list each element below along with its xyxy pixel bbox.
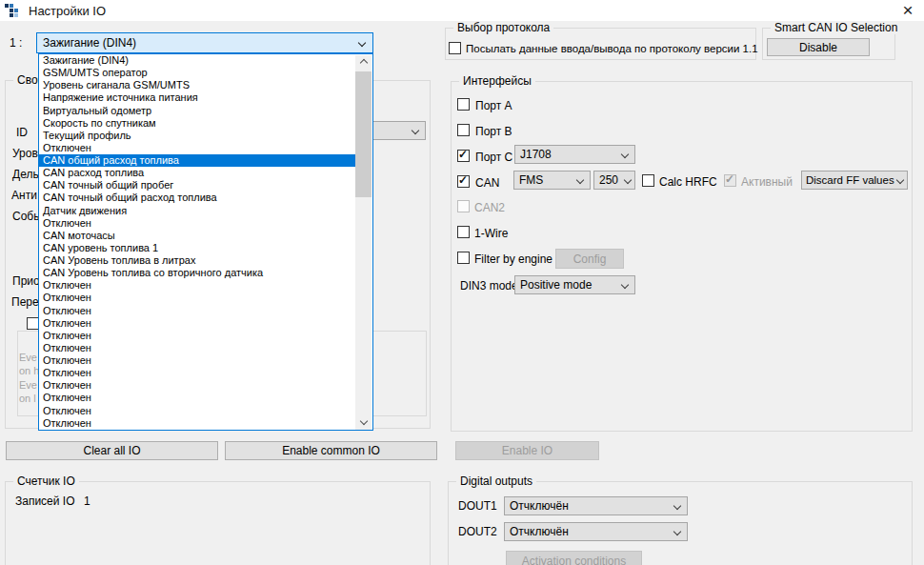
protocol-v11-label: Посылать данные ввода/вывода по протокол… (466, 43, 758, 54)
event-line-3: Eve (19, 379, 37, 391)
can-checkbox[interactable] (457, 175, 470, 188)
chevron-down-icon (624, 176, 632, 184)
dropdown-option[interactable]: Датчик движения (39, 205, 356, 217)
dropdown-option[interactable]: GSM/UMTS оператор (39, 67, 356, 79)
digital-outputs-group-title: Digital outputs (456, 474, 536, 488)
din3-mode-combobox[interactable]: Positive mode (514, 275, 635, 294)
dropdown-option[interactable]: Отключен (39, 379, 356, 392)
din3-mode-label: DIN3 mode (460, 279, 518, 293)
io-settings-window: Настройки IO × Свой ID Уров Дель Анти Со… (0, 0, 924, 565)
can-protocol-value: FMS (519, 173, 543, 187)
io-dropdown-list: Зажигание (DIN4)GSM/UMTS операторУровень… (38, 53, 373, 431)
dropdown-option[interactable]: Отключен (39, 217, 356, 230)
can-speed-combobox[interactable]: 250 (593, 171, 635, 190)
io-combobox[interactable]: Зажигание (DIN4) (36, 32, 373, 53)
protocol-group-title: Выбор протокола (453, 21, 553, 34)
filter-by-engine-checkbox[interactable] (457, 252, 470, 264)
can-protocol-combobox[interactable]: FMS (513, 171, 591, 190)
port-c-protocol-combobox[interactable]: J1708 (514, 145, 635, 164)
dropdown-option[interactable]: Отключен (39, 342, 356, 354)
port-b-checkbox[interactable] (457, 124, 470, 136)
dropdown-option[interactable]: CAN точный общий расход топлива (39, 192, 356, 204)
chevron-down-icon (896, 176, 904, 184)
dropdown-option[interactable]: CAN расход топлива (39, 167, 356, 179)
field-label-id: ID (16, 126, 28, 139)
port-c-label: Порт C (475, 151, 512, 164)
dropdown-option[interactable]: Отключен (39, 417, 356, 430)
close-icon[interactable]: × (895, 0, 920, 21)
dropdown-option[interactable]: Виртуальный одометр (39, 105, 356, 117)
active-label: Активный (741, 175, 793, 189)
config-button: Config (555, 249, 624, 269)
io-counter-group-title: Счетчик IO (13, 474, 79, 488)
scrollbar-thumb[interactable] (355, 71, 372, 197)
activation-conditions-button: Activation conditions (506, 551, 642, 565)
port-a-checkbox[interactable] (457, 98, 470, 111)
dropdown-option[interactable]: Напряжение источника питания (39, 91, 356, 104)
field-label-priority: Прио (12, 274, 40, 288)
dropdown-option[interactable]: CAN общий расход топлива (39, 154, 356, 167)
title-bar: Настройки IO × (0, 0, 924, 21)
field-label-delta: Дель (12, 168, 39, 181)
event-line-2: on h (19, 365, 39, 376)
dropdown-option[interactable]: CAN Уровень топлива в литрах (39, 254, 356, 267)
ff-values-combobox[interactable]: Discard FF values (801, 171, 908, 190)
din3-mode-value: Positive mode (520, 278, 592, 292)
can-label: CAN (475, 176, 499, 190)
dropdown-option[interactable]: CAN уровень топлива 1 (39, 242, 356, 254)
interfaces-group-title: Интерфейсы (459, 74, 535, 88)
dropdown-option[interactable]: Отключен (39, 354, 356, 367)
active-checkbox (724, 174, 736, 187)
chevron-down-icon (621, 151, 629, 158)
clear-all-io-button[interactable]: Clear all IO (6, 441, 218, 460)
port-c-protocol-value: J1708 (520, 148, 552, 161)
window-title: Настройки IO (29, 4, 106, 18)
calc-hrfc-checkbox[interactable] (642, 174, 654, 187)
field-label-anti: Анти (11, 189, 37, 202)
chevron-down-icon (673, 528, 681, 535)
dropdown-option[interactable]: CAN Уровень топлива со вторичного датчик… (39, 267, 356, 279)
chevron-down-icon (673, 502, 681, 510)
dout1-combobox[interactable]: Отчключён (504, 496, 688, 515)
scroll-down-icon[interactable] (355, 414, 372, 430)
ff-values-value: Discard FF values (806, 174, 894, 186)
chevron-down-icon (621, 281, 629, 289)
smart-can-group-title: Smart CAN IO Selection (771, 21, 901, 34)
dropdown-option[interactable]: Отключен (39, 317, 356, 330)
scroll-up-icon[interactable] (355, 55, 372, 71)
dropdown-option[interactable]: CAN точный общий пробег (39, 179, 356, 192)
enable-io-button: Enable IO (455, 441, 599, 460)
can2-label: CAN2 (474, 201, 505, 214)
protocol-v11-checkbox[interactable] (449, 42, 461, 54)
one-wire-checkbox[interactable] (457, 226, 470, 238)
filter-by-engine-label: Filter by engine (474, 252, 552, 266)
io-combobox-value: Зажигание (DIN4) (43, 36, 136, 50)
chevron-down-icon (412, 127, 419, 134)
can2-checkbox (457, 200, 470, 212)
dropdown-option[interactable]: Отключен (39, 330, 356, 342)
dropdown-option[interactable]: CAN моточасы (39, 230, 356, 242)
io-index-label: 1 : (10, 36, 22, 50)
dropdown-option[interactable]: Отключен (39, 279, 356, 292)
enable-common-io-button[interactable]: Enable common IO (225, 441, 437, 460)
dropdown-option[interactable]: Отключен (39, 305, 356, 317)
dropdown-option[interactable]: Зажигание (DIN4) (39, 54, 356, 67)
dropdown-option[interactable]: Текущий профиль (39, 130, 356, 142)
dropdown-option[interactable]: Уровень сиганала GSM/UMTS (39, 79, 356, 91)
dropdown-option[interactable]: Скорость по спутникам (39, 117, 356, 130)
dout1-label: DOUT1 (458, 499, 497, 513)
port-c-checkbox[interactable] (457, 150, 470, 162)
port-a-label: Порт A (475, 99, 512, 112)
event-line-4: on l (19, 393, 36, 404)
app-logo-icon (5, 3, 22, 20)
dropdown-scrollbar[interactable] (355, 55, 372, 430)
dropdown-option[interactable]: Отключен (39, 392, 356, 404)
dropdown-option[interactable]: Отключен (39, 367, 356, 379)
field-label-transmit: Пере (11, 295, 39, 309)
smart-can-disable-button[interactable]: Disable (767, 38, 870, 56)
dropdown-option[interactable]: Отключен (39, 142, 356, 154)
dropdown-option[interactable]: Отключен (39, 405, 356, 417)
event-line-1: Eve (19, 352, 37, 363)
dout2-combobox[interactable]: Отчключён (504, 522, 688, 541)
dropdown-option[interactable]: Отключен (39, 292, 356, 304)
